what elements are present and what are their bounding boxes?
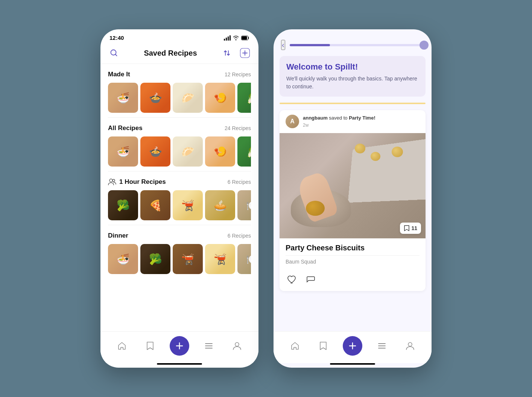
recipe-thumb[interactable]: 🥬 <box>237 136 251 167</box>
section-all-count: 24 Recipes <box>225 125 251 131</box>
signal-icon <box>224 35 231 41</box>
nav-add[interactable] <box>170 336 189 356</box>
recipe-thumb[interactable]: 🍤 <box>205 136 235 167</box>
comment-button[interactable] <box>304 274 317 286</box>
section-dinner-header: Dinner 6 Recipes <box>108 232 251 239</box>
home-indicator-right <box>330 363 375 365</box>
section-1hour-count: 6 Recipes <box>228 179 251 185</box>
welcome-subtitle: We'll quickly walk you through the basic… <box>286 75 419 91</box>
feed-time: 2w <box>303 122 375 129</box>
recipe-thumb[interactable]: 🥦 <box>140 244 170 274</box>
bottom-nav-right <box>274 331 432 363</box>
avatar-initials: A <box>286 115 299 128</box>
section-1hour: 1 Hour Recipes 6 Recipes 🥦 🍕 🫕 🥧 🍽️ <box>100 171 258 220</box>
right-phone: ‹ Welcome to Spillt! We'll quickly walk … <box>274 29 432 368</box>
section-made-it-header: Made It 12 Recipes <box>108 71 251 78</box>
nav-home-right[interactable] <box>287 338 303 354</box>
recipe-thumb[interactable]: 🍜 <box>108 83 138 113</box>
feed-item-header: A anngbaum saved to Party Time! 2w <box>280 110 426 133</box>
wifi-icon <box>233 36 239 40</box>
section-1hour-header: 1 Hour Recipes 6 Recipes <box>108 178 251 186</box>
header-actions <box>221 47 251 59</box>
welcome-title: Welcome to Spillt! <box>286 62 419 72</box>
recipe-thumb[interactable]: 🍲 <box>140 83 170 113</box>
onboarding-progress: ‹ <box>274 35 432 50</box>
sort-button[interactable] <box>221 47 233 59</box>
progress-dot <box>420 41 429 50</box>
recipe-thumb[interactable]: 🍽️ <box>237 244 251 274</box>
section-dinner-title: Dinner <box>108 232 128 239</box>
feed-item: A anngbaum saved to Party Time! 2w <box>280 110 426 291</box>
section-dinner-count: 6 Recipes <box>228 233 251 239</box>
section-1hour-images: 🥦 🍕 🫕 🥧 🍽️ <box>108 190 251 220</box>
page-title: Saved Recipes <box>144 49 197 58</box>
section-all-header: All Recipes 24 Recipes <box>108 124 251 132</box>
section-dinner-images: 🍜 🥦 🫕 🫕 🍽️ <box>108 244 251 274</box>
avatar: A <box>286 115 299 128</box>
nav-bookmark[interactable] <box>142 338 158 354</box>
recipe-thumb[interactable]: 🍤 <box>205 83 235 113</box>
add-button[interactable] <box>239 47 251 59</box>
recipe-thumb[interactable]: 🫕 <box>173 190 203 220</box>
left-phone: 12:40 <box>100 29 258 368</box>
recipe-thumb[interactable]: 🥟 <box>173 136 203 167</box>
progress-track <box>290 44 424 46</box>
feed-recipe-info: Party Cheese Biscuits Baum Squad <box>280 238 426 270</box>
bottom-nav <box>100 331 258 363</box>
svg-point-7 <box>408 342 412 346</box>
recipe-thumb[interactable]: 🥦 <box>108 190 138 220</box>
like-button[interactable] <box>286 274 298 286</box>
recipe-thumb[interactable]: 🥬 <box>237 83 251 113</box>
back-button[interactable]: ‹ <box>281 40 285 50</box>
section-made-it-title: Made It <box>108 71 130 78</box>
progress-fill <box>290 44 330 46</box>
svg-point-4 <box>109 179 112 182</box>
feed-recipe-image[interactable]: 11 <box>280 133 426 238</box>
recipe-thumb[interactable]: 🥟 <box>173 83 203 113</box>
battery-icon <box>241 36 249 40</box>
save-count: 11 <box>411 225 417 231</box>
recipe-thumb[interactable]: 🍲 <box>140 136 170 167</box>
svg-rect-1 <box>242 36 247 39</box>
section-all-title: All Recipes <box>108 124 143 132</box>
feed-meta: anngbaum saved to Party Time! 2w <box>303 115 375 129</box>
status-time: 12:40 <box>109 35 124 41</box>
recipe-list: Made It 12 Recipes 🍜 🍲 🥟 🍤 🥬 All Recipes… <box>100 64 258 331</box>
recipe-thumb[interactable]: 🍽️ <box>237 190 251 220</box>
nav-add-right[interactable] <box>343 336 362 356</box>
section-made-it: Made It 12 Recipes 🍜 🍲 🥟 🍤 🥬 <box>100 64 258 113</box>
status-icons <box>224 35 249 41</box>
app-header: Saved Recipes <box>100 44 258 64</box>
feed-container: A anngbaum saved to Party Time! 2w <box>274 104 432 331</box>
nav-profile[interactable] <box>229 338 245 354</box>
section-all-recipes: All Recipes 24 Recipes 🍜 🍲 🥟 🍤 🥬 <box>100 118 258 167</box>
feed-actions <box>280 270 426 291</box>
recipe-thumb[interactable]: 🍜 <box>108 136 138 167</box>
recipe-thumb[interactable]: 🫕 <box>173 244 203 274</box>
welcome-banner[interactable]: Welcome to Spillt! We'll quickly walk yo… <box>280 56 426 97</box>
search-button[interactable] <box>108 47 120 59</box>
recipe-thumb[interactable]: 🍜 <box>108 244 138 274</box>
section-dinner: Dinner 6 Recipes 🍜 🥦 🫕 🫕 🍽️ <box>100 225 258 274</box>
accent-line <box>280 103 426 104</box>
nav-home[interactable] <box>114 338 130 354</box>
section-made-it-images: 🍜 🍲 🥟 🍤 🥬 <box>108 83 251 113</box>
svg-point-5 <box>112 179 115 182</box>
section-made-it-count: 12 Recipes <box>225 71 251 77</box>
recipe-thumb[interactable]: 🥧 <box>205 190 235 220</box>
svg-point-6 <box>235 342 239 346</box>
recipe-thumb[interactable]: 🫕 <box>205 244 235 274</box>
feed-username: anngbaum saved to Party Time! <box>303 115 375 121</box>
nav-list[interactable] <box>201 338 217 354</box>
home-indicator <box>157 363 202 365</box>
recipe-source: Baum Squad <box>286 255 420 265</box>
status-bar: 12:40 <box>100 29 258 44</box>
nav-bookmark-right[interactable] <box>315 338 331 354</box>
recipe-thumb[interactable]: 🍕 <box>140 190 170 220</box>
recipe-title: Party Cheese Biscuits <box>286 244 420 252</box>
section-all-images: 🍜 🍲 🥟 🍤 🥬 <box>108 136 251 167</box>
save-badge: 11 <box>400 223 421 234</box>
group-icon <box>108 179 116 185</box>
nav-profile-right[interactable] <box>402 338 418 354</box>
nav-list-right[interactable] <box>374 338 390 354</box>
